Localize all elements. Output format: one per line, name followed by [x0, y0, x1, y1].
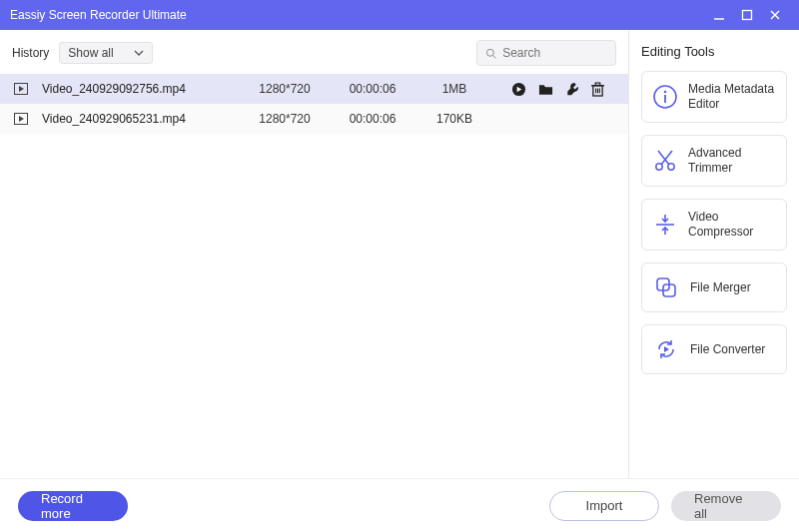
table-row[interactable]: Video_240929092756.mp4 1280*720 00:00:06…	[0, 74, 628, 104]
file-resolution: 1280*720	[244, 112, 326, 126]
svg-rect-13	[595, 83, 600, 85]
maximize-button[interactable]	[733, 9, 761, 21]
footer: Record more Import Remove all	[0, 478, 799, 532]
tool-file-merger[interactable]: File Merger	[641, 263, 787, 312]
history-filter-dropdown[interactable]: Show all	[59, 42, 153, 64]
minimize-button[interactable]	[705, 9, 733, 21]
video-file-icon	[10, 113, 32, 125]
svg-point-16	[664, 91, 667, 94]
file-duration: 00:00:06	[332, 82, 413, 96]
file-size: 170KB	[419, 112, 489, 126]
editing-tools-title: Editing Tools	[641, 44, 787, 59]
tool-label: Advanced Trimmer	[688, 146, 776, 176]
svg-point-4	[486, 49, 493, 56]
table-row[interactable]: Video_240929065231.mp4 1280*720 00:00:06…	[0, 104, 628, 134]
record-more-button[interactable]: Record more	[18, 491, 128, 521]
play-button[interactable]	[511, 82, 526, 97]
svg-line-5	[493, 55, 496, 58]
import-button[interactable]: Import	[549, 491, 659, 521]
search-box[interactable]	[476, 40, 616, 66]
tool-file-converter[interactable]: File Converter	[641, 324, 787, 374]
search-icon	[485, 47, 496, 60]
video-file-icon	[10, 83, 32, 95]
file-resolution: 1280*720	[244, 82, 326, 96]
file-duration: 00:00:06	[332, 112, 413, 126]
filter-label: Show all	[68, 46, 113, 60]
remove-all-button[interactable]: Remove all	[671, 491, 781, 521]
chevron-down-icon	[134, 48, 144, 58]
editing-tools-panel: Editing Tools Media Metadata Editor Adva…	[629, 30, 799, 478]
file-list: Video_240929092756.mp4 1280*720 00:00:06…	[0, 74, 628, 478]
tool-label: File Converter	[690, 342, 765, 357]
info-icon	[652, 83, 678, 111]
file-list-panel: History Show all Video_240929092756.mp4 …	[0, 30, 629, 478]
app-title: Eassiy Screen Recorder Ultimate	[10, 8, 705, 22]
svg-rect-1	[743, 11, 752, 20]
scissors-icon	[652, 147, 678, 175]
file-name: Video_240929065231.mp4	[38, 112, 238, 126]
tool-label: Video Compressor	[688, 210, 776, 240]
tool-label: File Merger	[690, 280, 751, 295]
history-label: History	[12, 46, 49, 60]
file-name: Video_240929092756.mp4	[38, 82, 238, 96]
file-size: 1MB	[419, 82, 489, 96]
folder-button[interactable]	[538, 82, 553, 96]
merge-icon	[652, 273, 680, 301]
tools-button[interactable]	[565, 82, 579, 97]
delete-button[interactable]	[591, 82, 604, 97]
compress-icon	[652, 211, 678, 239]
list-toolbar: History Show all	[0, 30, 628, 74]
tool-label: Media Metadata Editor	[688, 82, 776, 112]
convert-icon	[652, 335, 680, 363]
tool-advanced-trimmer[interactable]: Advanced Trimmer	[641, 135, 787, 187]
close-button[interactable]	[761, 9, 789, 21]
tool-video-compressor[interactable]: Video Compressor	[641, 199, 787, 251]
tool-metadata-editor[interactable]: Media Metadata Editor	[641, 71, 787, 123]
search-input[interactable]	[502, 46, 607, 60]
title-bar: Eassiy Screen Recorder Ultimate	[0, 0, 799, 30]
